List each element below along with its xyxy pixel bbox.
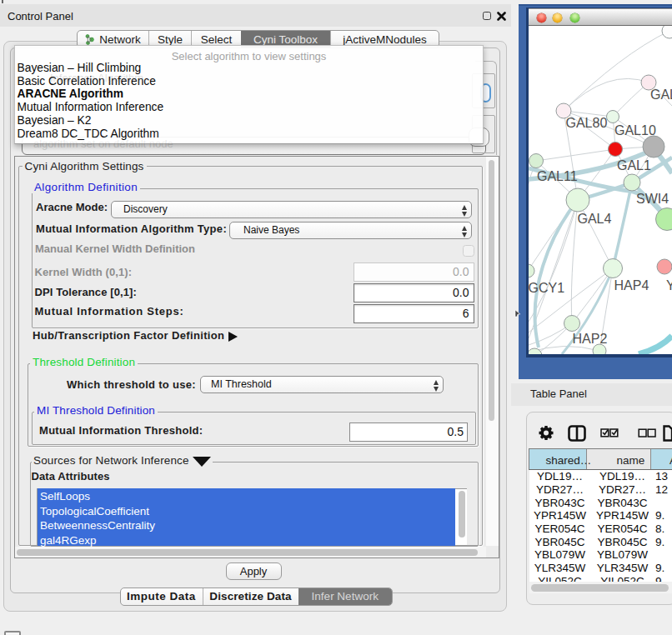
svg-text:Y: Y	[666, 278, 672, 292]
svg-text:GAL: GAL	[650, 88, 672, 102]
svg-text:HAP2: HAP2	[573, 332, 608, 346]
svg-text:GAL10: GAL10	[614, 123, 656, 138]
svg-text:GAL1: GAL1	[617, 158, 651, 172]
svg-text:SWI4: SWI4	[636, 192, 669, 206]
svg-text:GCY1: GCY1	[529, 281, 564, 295]
svg-text:GAL11: GAL11	[537, 169, 578, 183]
svg-text:GAL80: GAL80	[566, 116, 608, 130]
svg-text:GAL4: GAL4	[578, 212, 612, 226]
svg-text:HAP4: HAP4	[614, 278, 649, 292]
